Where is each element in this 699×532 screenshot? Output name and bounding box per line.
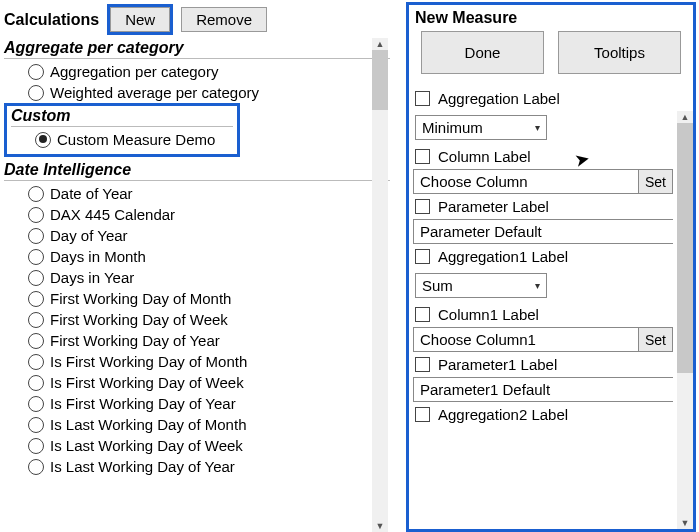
choose-column1-value: Choose Column1: [420, 331, 536, 348]
radio-icon: [28, 396, 44, 412]
aggregation-select-value: Minimum: [422, 119, 483, 136]
parameter-default-input[interactable]: Parameter Default: [413, 219, 673, 244]
aggregation-select[interactable]: Minimum ▾: [415, 115, 547, 140]
aggregation-label-text: Aggregation Label: [438, 90, 560, 107]
radio-weighted-average[interactable]: Weighted average per category: [4, 82, 390, 103]
radio-is-last-wd-year[interactable]: Is Last Working Day of Year: [4, 456, 390, 477]
set-column1-button[interactable]: Set: [638, 327, 673, 352]
radio-dax-445[interactable]: DAX 445 Calendar: [4, 204, 390, 225]
radio-icon: [35, 132, 51, 148]
radio-label: Is Last Working Day of Week: [50, 437, 243, 454]
calculations-title: Calculations: [4, 11, 99, 29]
radio-icon: [28, 85, 44, 101]
checkbox-icon: [415, 357, 430, 372]
radio-day-of-year[interactable]: Day of Year: [4, 225, 390, 246]
calculations-panel: Calculations New Remove Aggregate per ca…: [0, 0, 390, 532]
radio-is-last-wd-month[interactable]: Is Last Working Day of Month: [4, 414, 390, 435]
choose-column-value: Choose Column: [420, 173, 528, 190]
tooltips-button[interactable]: Tooltips: [558, 31, 681, 74]
radio-aggregation-per-category[interactable]: Aggregation per category: [4, 61, 390, 82]
radio-label: Weighted average per category: [50, 84, 259, 101]
parameter1-default-input[interactable]: Parameter1 Default: [413, 377, 673, 402]
radio-icon: [28, 333, 44, 349]
radio-custom-measure-demo[interactable]: Custom Measure Demo: [11, 129, 233, 150]
scroll-up-icon: ▲: [677, 111, 693, 123]
custom-group-highlight: Custom Custom Measure Demo: [4, 103, 240, 157]
new-measure-title: New Measure: [409, 5, 693, 31]
right-scrollbar-thumb[interactable]: [677, 123, 693, 373]
aggregation1-select-value: Sum: [422, 277, 453, 294]
choose-column1-input[interactable]: Choose Column1: [413, 327, 638, 352]
radio-label: Days in Year: [50, 269, 134, 286]
radio-icon: [28, 375, 44, 391]
column-label-row[interactable]: Column Label: [411, 144, 675, 169]
radio-icon: [28, 354, 44, 370]
scroll-up-icon: ▲: [372, 38, 388, 50]
left-scrollbar-thumb[interactable]: [372, 50, 388, 110]
right-scrollbar[interactable]: ▲ ▼: [677, 111, 693, 529]
radio-first-wd-year[interactable]: First Working Day of Year: [4, 330, 390, 351]
radio-icon: [28, 270, 44, 286]
new-button[interactable]: New: [110, 7, 170, 32]
remove-button[interactable]: Remove: [181, 7, 267, 32]
radio-label: Is First Working Day of Month: [50, 353, 247, 370]
aggregation2-label-row[interactable]: Aggregation2 Label: [411, 402, 675, 427]
radio-label: Custom Measure Demo: [57, 131, 215, 148]
radio-first-wd-week[interactable]: First Working Day of Week: [4, 309, 390, 330]
radio-icon: [28, 417, 44, 433]
radio-icon: [28, 228, 44, 244]
parameter-label-row[interactable]: Parameter Label: [411, 194, 675, 219]
radio-label: Is Last Working Day of Year: [50, 458, 235, 475]
aggregation2-label-text: Aggregation2 Label: [438, 406, 568, 423]
radio-icon: [28, 291, 44, 307]
column1-label-row[interactable]: Column1 Label: [411, 302, 675, 327]
aggregation1-select[interactable]: Sum ▾: [415, 273, 547, 298]
radio-label: Is First Working Day of Week: [50, 374, 244, 391]
scroll-down-icon: ▼: [372, 520, 388, 532]
radio-is-first-wd-month[interactable]: Is First Working Day of Month: [4, 351, 390, 372]
radio-label: First Working Day of Week: [50, 311, 228, 328]
done-button[interactable]: Done: [421, 31, 544, 74]
checkbox-icon: [415, 199, 430, 214]
new-button-highlight: New: [107, 4, 173, 35]
column1-label-text: Column1 Label: [438, 306, 539, 323]
checkbox-icon: [415, 149, 430, 164]
chevron-down-icon: ▾: [535, 122, 540, 133]
date-group-title: Date Intelligence: [4, 161, 390, 181]
radio-date-of-year[interactable]: Date of Year: [4, 183, 390, 204]
scroll-down-icon: ▼: [677, 517, 693, 529]
column-label-text: Column Label: [438, 148, 531, 165]
radio-icon: [28, 64, 44, 80]
left-scrollbar[interactable]: ▲ ▼: [372, 38, 388, 532]
aggregate-group-title: Aggregate per category: [4, 39, 390, 59]
new-measure-panel: New Measure Done Tooltips Aggregation La…: [406, 2, 696, 532]
radio-icon: [28, 249, 44, 265]
radio-first-wd-month[interactable]: First Working Day of Month: [4, 288, 390, 309]
radio-days-in-month[interactable]: Days in Month: [4, 246, 390, 267]
parameter1-label-text: Parameter1 Label: [438, 356, 557, 373]
radio-icon: [28, 207, 44, 223]
radio-label: First Working Day of Month: [50, 290, 231, 307]
checkbox-icon: [415, 249, 430, 264]
custom-group-title: Custom: [11, 107, 233, 127]
choose-column-input[interactable]: Choose Column: [413, 169, 638, 194]
radio-label: Days in Month: [50, 248, 146, 265]
radio-label: First Working Day of Year: [50, 332, 220, 349]
parameter1-label-row[interactable]: Parameter1 Label: [411, 352, 675, 377]
radio-is-first-wd-year[interactable]: Is First Working Day of Year: [4, 393, 390, 414]
radio-label: Is Last Working Day of Month: [50, 416, 246, 433]
radio-label: Is First Working Day of Year: [50, 395, 236, 412]
radio-is-last-wd-week[interactable]: Is Last Working Day of Week: [4, 435, 390, 456]
radio-days-in-year[interactable]: Days in Year: [4, 267, 390, 288]
radio-icon: [28, 312, 44, 328]
checkbox-icon: [415, 307, 430, 322]
calculations-header: Calculations New Remove: [4, 4, 390, 35]
aggregation1-label-row[interactable]: Aggregation1 Label: [411, 244, 675, 269]
radio-label: Day of Year: [50, 227, 128, 244]
radio-label: Date of Year: [50, 185, 133, 202]
radio-is-first-wd-week[interactable]: Is First Working Day of Week: [4, 372, 390, 393]
parameter-default-value: Parameter Default: [420, 223, 542, 240]
set-column-button[interactable]: Set: [638, 169, 673, 194]
parameter-label-text: Parameter Label: [438, 198, 549, 215]
aggregation-label-row[interactable]: Aggregation Label: [411, 86, 675, 111]
